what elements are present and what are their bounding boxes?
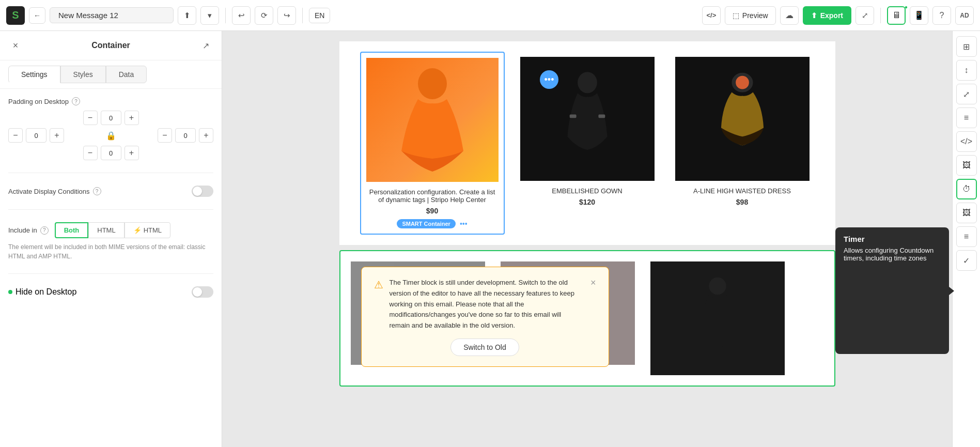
preview-label: Preview [742, 11, 768, 20]
layers-panel-button[interactable]: ≡ [956, 226, 977, 247]
padding-label: Padding on Desktop ? [8, 97, 213, 105]
include-description: The element will be included in both MIM… [8, 242, 213, 261]
menu-panel-button[interactable]: ≡ [956, 107, 977, 128]
share-icon: ⤢ [862, 11, 868, 20]
padding-help-icon[interactable]: ? [72, 97, 80, 105]
bottom-section: ⚠ The Timer block is still under develop… [339, 250, 835, 387]
upload-icon: ⬆ [184, 11, 191, 20]
mobile-icon: 📱 [914, 10, 924, 20]
panel-expand-button[interactable]: ↗ [199, 38, 213, 53]
toggle-knob-2 [193, 287, 202, 297]
mobile-view-button[interactable]: 📱 [910, 6, 928, 25]
align-icon: ↕ [965, 66, 969, 75]
product-price-3: $98 [675, 198, 810, 206]
upload-button[interactable]: ⬆ [178, 6, 196, 25]
preview-button[interactable]: ⬚ Preview [725, 6, 776, 25]
tab-styles[interactable]: Styles [60, 66, 106, 83]
help-button[interactable]: ? [932, 6, 951, 25]
padding-right-minus[interactable]: − [158, 128, 172, 143]
include-amp-html-button[interactable]: ⚡ HTML [125, 222, 170, 238]
product-name-1: Personalization configuration. Create a … [366, 188, 499, 204]
product-card-2[interactable]: EMBELLISHED GOWN $120 [515, 52, 660, 235]
svg-point-7 [709, 278, 726, 295]
divider3 [8, 273, 213, 274]
document-title[interactable]: New Message 12 [50, 7, 174, 23]
padding-left-plus[interactable]: + [50, 128, 64, 143]
product-name-2: EMBELLISHED GOWN [520, 187, 655, 195]
padding-top-row: − 0 + [8, 111, 213, 125]
activate-conditions-toggle[interactable] [192, 186, 213, 197]
tab-data[interactable]: Data [106, 66, 147, 83]
tab-settings[interactable]: Settings [8, 66, 60, 83]
product-name-3: A-LINE HIGH WAISTED DRESS [675, 187, 810, 195]
grid-panel-button[interactable]: ⊞ [956, 36, 977, 57]
code-icon: </> [706, 11, 716, 19]
image-icon: 🖼 [962, 161, 971, 170]
share-panel-button[interactable]: ⤢ [956, 84, 977, 104]
padding-bottom-minus[interactable]: − [83, 146, 98, 160]
hide-desktop-row: Hide on Desktop [8, 286, 213, 298]
conditions-help-icon[interactable]: ? [93, 187, 101, 195]
export-button[interactable]: ⬆ Export [803, 6, 851, 25]
padding-top-plus[interactable]: + [125, 111, 139, 125]
product-card-6[interactable] [645, 256, 790, 380]
timer-panel-button[interactable]: ⏱ [956, 179, 977, 199]
product-price-1: $90 [366, 207, 499, 215]
switch-to-old-button[interactable]: Switch to Old [450, 338, 519, 356]
share-button[interactable]: ⤢ [855, 6, 874, 25]
desktop-view-button[interactable]: 🖥 [887, 6, 906, 25]
include-help-icon[interactable]: ? [40, 226, 49, 235]
padding-left-minus[interactable]: − [8, 128, 23, 143]
product-image-6 [650, 261, 785, 375]
align-panel-button[interactable]: ↕ [956, 60, 977, 81]
padding-left-value[interactable]: 0 [26, 128, 46, 143]
smart-badge-menu[interactable]: ••• [460, 220, 468, 228]
divider [8, 173, 213, 173]
dropdown-button[interactable]: ▾ [200, 6, 219, 25]
cloud-icon: ☁ [785, 10, 794, 20]
product-grid-top: Personalization configuration. Create a … [339, 41, 835, 245]
product-row-top: Personalization configuration. Create a … [350, 52, 825, 235]
product-card-3[interactable]: A-LINE HIGH WAISTED DRESS $98 [670, 52, 815, 235]
undo-button[interactable]: ↩ [232, 6, 251, 25]
language-selector[interactable]: EN [309, 8, 330, 23]
svg-point-0 [418, 68, 447, 99]
include-html-button[interactable]: HTML [88, 222, 124, 238]
include-in-text: Include in [8, 226, 37, 234]
timer-tooltip-arrow [949, 287, 952, 295]
code-brackets-icon: </> [960, 137, 972, 146]
product-price-2: $120 [520, 198, 655, 206]
photo-icon: 🖼 [962, 208, 971, 218]
check-panel-button[interactable]: ✓ [956, 250, 977, 271]
timer-tooltip-title: Timer [844, 235, 941, 243]
timer-warning-close-button[interactable]: × [590, 278, 596, 288]
product-card-1[interactable]: Personalization configuration. Create a … [360, 52, 505, 235]
padding-top-minus[interactable]: − [83, 111, 98, 125]
right-panel: ⊞ ↕ ⤢ ≡ </> 🖼 ⏱ 🖼 ≡ ✓ [952, 31, 980, 447]
back-button[interactable]: ← [29, 7, 45, 24]
photo-panel-button[interactable]: 🖼 [956, 203, 977, 223]
activate-conditions-text: Activate Display Conditions [8, 188, 90, 195]
svg-rect-2 [569, 114, 576, 118]
panel-close-button[interactable]: × [8, 38, 23, 53]
padding-bottom-plus[interactable]: + [125, 146, 139, 160]
save-button[interactable]: ☁ [780, 6, 799, 25]
history-button[interactable]: ⟳ [255, 6, 273, 25]
image-panel-button[interactable]: 🖼 [956, 155, 977, 176]
toolbar: S ← New Message 12 ⬆ ▾ ↩ ⟳ ↪ EN </> ⬚ Pr… [0, 0, 980, 31]
hide-desktop-toggle[interactable] [192, 286, 213, 298]
include-both-button[interactable]: Both [55, 222, 89, 238]
more-button[interactable]: ••• [540, 70, 558, 89]
padding-bottom-value[interactable]: 0 [101, 146, 121, 160]
checkmark-icon: ✓ [963, 256, 970, 266]
padding-top-value[interactable]: 0 [101, 111, 121, 125]
padding-right-value[interactable]: 0 [175, 128, 196, 143]
redo-button[interactable]: ↪ [277, 6, 296, 25]
code-button[interactable]: </> [702, 6, 721, 25]
divider-3 [880, 8, 881, 23]
code-panel-button[interactable]: </> [956, 131, 977, 152]
padding-bottom-row: − 0 + [8, 146, 213, 160]
padding-right-plus[interactable]: + [199, 128, 213, 143]
padding-lock-icon[interactable]: 🔒 [104, 128, 118, 143]
smart-badge-label: SMART Container [397, 219, 456, 228]
